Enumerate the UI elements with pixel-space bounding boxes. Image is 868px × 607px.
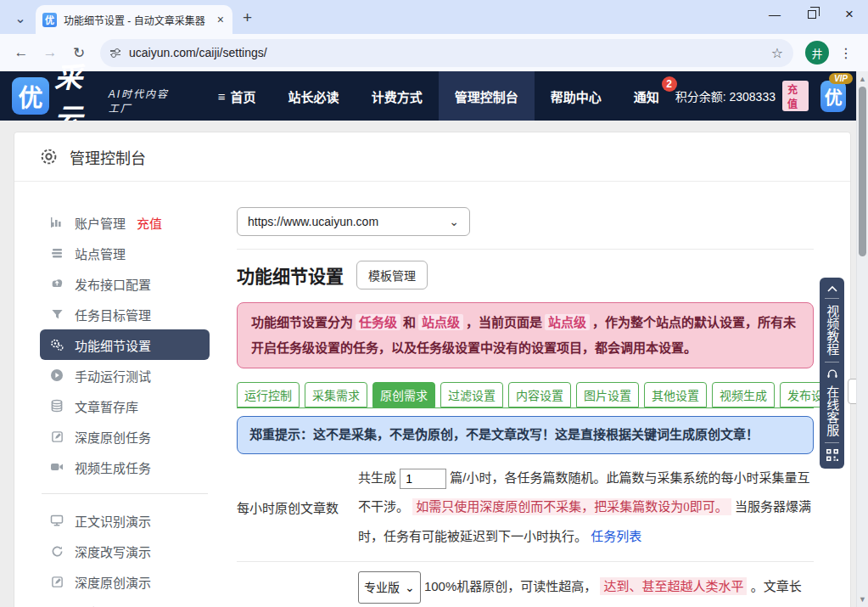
close-button[interactable]: × (831, 0, 868, 29)
tab-image-settings[interactable]: 图片设置 (576, 382, 639, 407)
tab-content-settings[interactable]: 内容设置 (508, 382, 571, 407)
address-bar[interactable]: ucaiyun.com/caiji/settings/ ☆ (100, 39, 793, 67)
back-button[interactable]: ← (8, 40, 34, 65)
sidebar-item-task-targets[interactable]: 任务目标管理 (40, 299, 210, 329)
online-service-link[interactable]: 在线客服 (822, 385, 842, 436)
bookmark-star-icon[interactable]: ☆ (771, 45, 783, 61)
new-tab-button[interactable]: + (243, 8, 252, 27)
tab-filter-settings[interactable]: 过滤设置 (440, 382, 503, 407)
monitor-icon (50, 514, 64, 527)
sidebar-item-deep-original-tasks[interactable]: 深度原创任务 (40, 421, 210, 452)
site-level-badge: 站点级 (418, 314, 463, 330)
sidebar-item-feature-settings[interactable]: 功能细节设置 (40, 329, 210, 360)
nav-item-must-read[interactable]: 站长必读 (272, 71, 356, 121)
menu-list-icon: ≡ (218, 89, 226, 104)
sidebar-item-label: 发布接口配置 (75, 275, 151, 293)
nav-item-billing[interactable]: 计费方式 (356, 71, 439, 121)
sidebar-item-label: 视频生成任务 (75, 458, 151, 476)
browser-toolbar: ← → ↻ ucaiyun.com/caiji/settings/ ☆ 井 ⋮ (0, 34, 868, 71)
template-manage-button[interactable]: 模板管理 (356, 261, 428, 289)
chevron-down-icon: ⌄ (449, 215, 459, 228)
sidebar-item-account[interactable]: 账户管理 充值 (40, 207, 210, 238)
sidebar-item-content-recognition-demo[interactable]: 正文识别演示 (40, 505, 210, 536)
page-title: 管理控制台 (70, 146, 146, 168)
database-icon (50, 399, 64, 413)
chevron-up-icon[interactable] (827, 285, 837, 292)
sidebar-item-label: 深度原创任务 (75, 428, 151, 446)
edit-icon (50, 576, 64, 588)
sidebar-item-sites[interactable]: 站点管理 (40, 238, 210, 268)
scroll-up-icon[interactable]: ▲ (857, 75, 868, 83)
url-text[interactable]: ucaiyun.com/caiji/settings/ (129, 46, 763, 59)
alert-text: 和 (403, 315, 416, 329)
hourly-count-input[interactable] (400, 469, 446, 489)
tab-close-icon[interactable]: × (216, 13, 226, 26)
sidebar-item-label: 任务目标管理 (75, 306, 151, 323)
window-controls: — × (756, 0, 868, 29)
restore-button[interactable] (793, 0, 831, 29)
site-settings-icon[interactable] (110, 50, 120, 55)
bar-chart-icon (50, 216, 64, 229)
field-label: 每小时原创文章数 (237, 498, 358, 516)
sidebar-item-label: 正文识别演示 (75, 512, 151, 530)
tab-original-needs[interactable]: 原创需求 (372, 382, 435, 407)
panel-divider (825, 442, 839, 443)
scrollbar-thumb[interactable] (859, 87, 866, 256)
nav-item-label: 站长必读 (288, 87, 339, 105)
browser-profile-avatar[interactable]: 井 (805, 41, 829, 65)
logo-tagline: AI时代内容工厂 (109, 86, 171, 115)
algorithm-select[interactable]: 专业版 ⌄ (358, 571, 421, 604)
sidebar-item-deep-rewrite-demo[interactable]: 深度改写演示 (40, 536, 210, 566)
browser-menu-icon[interactable]: ⋮ (832, 45, 860, 61)
recharge-button[interactable]: 充值 (782, 81, 809, 111)
sidebar-item-video-tasks[interactable]: 视频生成任务 (40, 452, 210, 482)
nav-item-notifications[interactable]: 通知 2 (618, 71, 675, 121)
tab-search-chevron-icon[interactable]: ⌄ (8, 6, 32, 30)
console-card: 管理控制台 账户管理 充值 站点管理 发布接口配置 (14, 132, 851, 607)
sidebar-recharge-link[interactable]: 充值 (137, 214, 162, 232)
quick-save-button[interactable]: 快速保存 (848, 379, 856, 404)
page-scrollbar[interactable]: ▲ ▼ (856, 71, 868, 607)
nav-menu: ≡ 首页 站长必读 计费方式 管理控制台 帮助中心 通知 2 (202, 71, 675, 121)
card-header: 管理控制台 (14, 132, 850, 182)
video-camera-icon (50, 460, 64, 474)
sidebar-item-originality-check[interactable]: 文章原创检测 (40, 597, 210, 607)
tab-other-settings[interactable]: 其他设置 (644, 382, 707, 407)
site-favicon: 优 (42, 13, 57, 27)
gear-icon (40, 148, 58, 166)
minimize-button[interactable]: — (756, 0, 793, 29)
nav-right: 积分余额: 2308333 充值 优 VIP (675, 81, 868, 112)
sidebar-item-deep-original-demo[interactable]: 深度原创演示 (40, 566, 210, 597)
browser-tab[interactable]: 优 功能细节设置 - 自动文章采集器 × (36, 5, 232, 34)
sidebar-item-article-store[interactable]: 文章暂存库 (40, 391, 210, 421)
avatar-char: 优 (825, 83, 843, 109)
alert-text: 功能细节设置分为 (251, 315, 353, 329)
sidebar-item-manual-test[interactable]: 手动运行测试 (40, 360, 210, 391)
field-text: 100%机器原创，可读性超高， (424, 579, 596, 593)
highlighted-claim: 达到、甚至超越人类水平 (600, 577, 747, 595)
points-balance: 积分余额: 2308333 (675, 87, 776, 104)
scroll-down-icon[interactable]: ▼ (857, 595, 868, 604)
user-avatar[interactable]: 优 VIP (820, 81, 846, 112)
server-icon (50, 246, 64, 260)
settings-main: https://www.ucaiyun.com ⌄ 功能细节设置 模板管理 功能… (210, 207, 814, 607)
refresh-icon (50, 545, 64, 558)
tab-run-control[interactable]: 运行控制 (237, 382, 300, 407)
divider (237, 249, 814, 250)
qr-code-icon[interactable] (826, 449, 838, 461)
task-list-link[interactable]: 任务列表 (591, 529, 641, 543)
sidebar-item-publish-api[interactable]: 发布接口配置 (40, 268, 210, 299)
sidebar: 账户管理 充值 站点管理 发布接口配置 任务目标管理 (40, 207, 210, 607)
cloud-upload-icon (50, 277, 64, 290)
site-select-dropdown[interactable]: https://www.ucaiyun.com ⌄ (237, 207, 470, 236)
sidebar-item-label: 站点管理 (75, 244, 126, 262)
nav-item-console[interactable]: 管理控制台 (439, 71, 535, 121)
notification-count-badge: 2 (662, 76, 677, 92)
video-tutorial-link[interactable]: 视频教程 (822, 305, 842, 356)
tab-video-generation[interactable]: 视频生成 (712, 382, 775, 407)
tab-collect-needs[interactable]: 采集需求 (305, 382, 367, 407)
vip-badge: VIP (829, 73, 853, 84)
nav-item-home[interactable]: ≡ 首页 (202, 71, 272, 121)
nav-item-help[interactable]: 帮助中心 (535, 71, 618, 121)
logo-icon[interactable]: 优 (12, 77, 49, 115)
